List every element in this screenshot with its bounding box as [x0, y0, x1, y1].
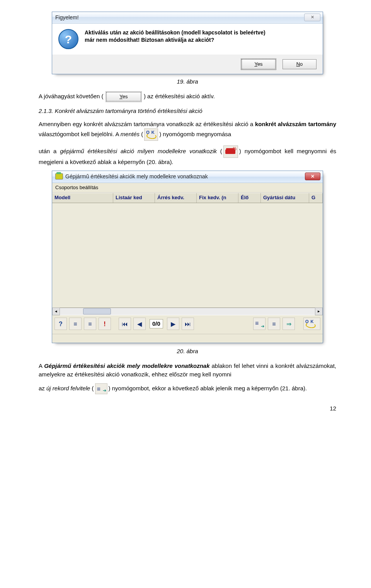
dialog-message: Aktiválás után az akció beállításokon (m…	[85, 29, 265, 49]
grid-headers: Modell Listaár ked Árrés kedv. Fix kedv.…	[52, 193, 323, 203]
help-button[interactable]: ?	[54, 318, 67, 330]
col-fixkedv[interactable]: Fix kedv. (n	[197, 193, 238, 203]
no-button[interactable]: No	[283, 59, 317, 69]
dialog-message-line1: Aktiválás után az akció beállításokon (m…	[85, 29, 265, 36]
nav-toolbar: ? ≡ ≡ ! ⏮ ◀ 0/0 ▶ ⏭ ≡ ⇒	[52, 315, 323, 332]
paragraph-models: után a gépjármű értékesítési akció milye…	[39, 145, 336, 166]
section-heading: 2.1.3. Konkrét alvázszám tartományra tör…	[39, 107, 336, 115]
list-button-2[interactable]: ≡	[84, 318, 96, 330]
col-elo[interactable]: Élő	[238, 193, 261, 203]
status-bar	[52, 334, 323, 343]
goto-button[interactable]: ⇒	[283, 318, 295, 330]
close-icon[interactable]: ✕	[305, 173, 320, 180]
new-record-icon[interactable]	[95, 383, 107, 394]
question-icon: ?	[58, 29, 78, 49]
dialog-titlebar: Figyelem! ✕	[52, 12, 323, 24]
figure-caption-19: 19. ábra	[39, 77, 336, 86]
paragraph-new-record: az új rekord felvitele () nyomógombot, e…	[39, 383, 336, 394]
paragraph-approval: A jóváhagyást követően ( Yes ) az értéke…	[39, 92, 336, 101]
record-counter: 0/0	[150, 319, 163, 328]
confirm-dialog: Figyelem! ✕ ? Aktiválás után az akció be…	[52, 12, 323, 74]
models-titlebar: Gépjármû értékesítési akciók mely modell…	[52, 171, 323, 183]
models-window: Gépjármû értékesítési akciók mely modell…	[52, 171, 323, 343]
grid-body[interactable]	[52, 203, 323, 308]
group-settings-menu[interactable]: Csoportos beállítás	[52, 183, 323, 193]
prev-record-button[interactable]: ◀	[133, 318, 146, 330]
col-modell[interactable]: Modell	[52, 193, 113, 203]
col-listaar[interactable]: Listaár ked	[113, 193, 155, 203]
car-discount-icon[interactable]	[223, 145, 238, 158]
col-gyartasi[interactable]: Gyártási dátu	[261, 193, 309, 203]
col-arres[interactable]: Árrés kedv.	[155, 193, 197, 203]
scroll-left-icon[interactable]: ◂	[52, 308, 60, 315]
yes-button[interactable]: Yes	[242, 59, 276, 69]
close-icon[interactable]: ✕	[304, 14, 320, 21]
first-record-button[interactable]: ⏮	[119, 318, 131, 330]
list-button-1[interactable]: ≡	[69, 318, 82, 330]
ok-save-icon[interactable]	[144, 128, 158, 141]
car-window-icon	[55, 173, 63, 179]
dialog-title: Figyelem!	[55, 14, 304, 21]
next-record-button[interactable]: ▶	[167, 318, 179, 330]
yes-inline-button[interactable]: Yes	[106, 92, 141, 101]
last-record-button[interactable]: ⏭	[182, 318, 194, 330]
figure-caption-20: 20. ábra	[39, 347, 336, 356]
dialog-body: ? Aktiválás után az akció beállításokon …	[52, 24, 323, 55]
new-record-button[interactable]	[253, 318, 265, 330]
delete-record-button[interactable]: ≡	[268, 318, 280, 330]
dialog-buttons: Yes No	[52, 55, 323, 74]
page-number: 12	[39, 404, 336, 413]
ok-button[interactable]	[303, 318, 320, 330]
horizontal-scrollbar[interactable]: ◂ ▸	[52, 308, 323, 315]
alert-button[interactable]: !	[99, 318, 111, 330]
paragraph-window-desc: A Gépjármű értékesítési akciók mely mode…	[39, 362, 336, 379]
dialog-message-line2: már nem módosíthat! Biztosan aktiválja a…	[85, 36, 265, 44]
scroll-thumb[interactable]	[83, 308, 111, 315]
models-title: Gépjármû értékesítési akciók mely modell…	[65, 173, 305, 180]
paragraph-chassis-range: Amennyiben egy konkrét alvázszám tartomá…	[39, 120, 336, 141]
scroll-right-icon[interactable]: ▸	[315, 308, 323, 315]
col-g[interactable]: G	[309, 193, 323, 203]
